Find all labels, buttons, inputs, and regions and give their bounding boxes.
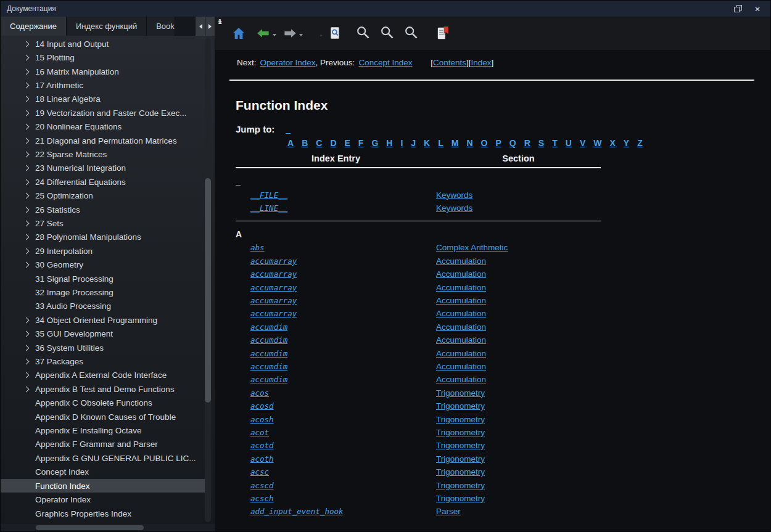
tab-bookmarks[interactable]: Book [147, 17, 175, 36]
sidebar-item[interactable]: 26 Statistics [1, 203, 206, 216]
sidebar-item[interactable]: 31 Signal Processing [1, 272, 206, 285]
sidebar-item[interactable]: 22 Sparse Matrices [1, 147, 206, 161]
section-link[interactable]: Trigonometry [436, 401, 485, 411]
index-entry-link[interactable]: accumarray [250, 283, 297, 292]
index-entry-link[interactable]: accumdim [250, 375, 287, 384]
jump-letter-link[interactable]: S [538, 138, 544, 148]
index-entry-link[interactable]: acsc [250, 467, 269, 477]
jump-letter-link[interactable]: U [566, 138, 572, 148]
jump-letter-link[interactable]: A [287, 138, 294, 148]
jump-letter-link[interactable]: I [400, 138, 403, 148]
sidebar-item[interactable]: 21 Diagonal and Permutation Matrices [1, 134, 206, 147]
jump-letter-link[interactable]: W [593, 138, 601, 148]
sidebar-item[interactable]: Appendix F Grammar and Parser [1, 438, 206, 451]
horizontal-scrollbar-thumb[interactable] [36, 525, 144, 530]
sidebar-item[interactable]: Operator Index [1, 493, 206, 506]
jump-letter-link[interactable]: J [411, 138, 416, 148]
index-entry-link[interactable]: add_input_event_hook [250, 507, 344, 516]
jump-letter-link[interactable]: E [345, 138, 350, 148]
index-entry-link[interactable]: __FILE__ [250, 190, 287, 200]
sidebar-item[interactable]: 34 Object Oriented Programming [1, 313, 206, 327]
jump-underscore-link[interactable]: _ [286, 125, 291, 134]
vertical-scrollbar-thumb[interactable] [205, 178, 211, 403]
index-entry-link[interactable]: acosd [250, 401, 274, 411]
section-link[interactable]: Accumulation [436, 349, 486, 358]
jump-letter-link[interactable]: R [524, 138, 530, 148]
sidebar-item[interactable]: 20 Nonlinear Equations [1, 120, 206, 133]
sidebar-item[interactable]: 36 System Utilities [1, 341, 206, 354]
section-link[interactable]: Parser [436, 507, 461, 516]
index-entry-link[interactable]: accumarray [250, 269, 297, 279]
section-link[interactable]: Accumulation [436, 362, 486, 371]
index-entry-link[interactable]: abs [250, 243, 265, 252]
section-link[interactable]: Trigonometry [436, 388, 485, 398]
jump-letter-link[interactable]: M [451, 138, 459, 148]
close-window-button[interactable] [753, 4, 762, 13]
jump-letter-link[interactable]: V [580, 138, 585, 148]
index-entry-link[interactable]: acsch [250, 494, 274, 503]
section-link[interactable]: Accumulation [436, 269, 486, 279]
index-link[interactable]: Index [471, 58, 492, 67]
sidebar-item[interactable]: 25 Optimization [1, 189, 206, 202]
zoom-in-button[interactable]: + [357, 26, 371, 41]
tab-contents[interactable]: Содержание [1, 17, 67, 36]
jump-letter-link[interactable]: K [424, 138, 430, 148]
index-entry-link[interactable]: accumdim [250, 335, 287, 345]
index-entry-link[interactable]: acotd [250, 441, 274, 450]
sidebar-item[interactable]: Function Index [1, 479, 206, 493]
zoom-out-button[interactable]: − [381, 26, 395, 41]
sidebar-item[interactable]: Concept Index [1, 465, 206, 479]
jump-letter-link[interactable]: F [358, 138, 364, 148]
restore-window-button[interactable] [734, 5, 742, 12]
section-link[interactable]: Accumulation [436, 256, 486, 266]
sidebar-item[interactable]: 15 Plotting [1, 51, 206, 64]
sidebar-item[interactable]: 32 Image Processing [1, 285, 206, 299]
index-entry-link[interactable]: acos [250, 388, 269, 398]
jump-letter-link[interactable]: N [466, 138, 472, 148]
previous-link[interactable]: Concept Index [358, 58, 412, 67]
section-link[interactable]: Trigonometry [436, 481, 485, 490]
sidebar-item[interactable]: Appendix G GNU GENERAL PUBLIC LIC... [1, 451, 206, 465]
index-entry-link[interactable]: acot [250, 428, 269, 437]
jump-letter-link[interactable]: Z [637, 138, 643, 148]
sidebar-item[interactable]: Appendix A External Code Interface [1, 369, 206, 382]
zoom-original-button[interactable]: 1 [405, 26, 419, 41]
find-button[interactable] [328, 26, 343, 41]
section-link[interactable]: Keywords [436, 203, 472, 213]
section-link[interactable]: Accumulation [436, 309, 486, 318]
jump-letter-link[interactable]: T [552, 138, 558, 148]
sidebar-item[interactable]: 30 Geometry [1, 258, 206, 272]
next-link[interactable]: Operator Index [260, 58, 316, 67]
sidebar-item[interactable]: 23 Numerical Integration [1, 162, 206, 175]
section-link[interactable]: Accumulation [436, 335, 486, 345]
tab-scroll-right-button[interactable] [205, 17, 215, 36]
jump-letter-link[interactable]: Y [624, 138, 629, 148]
sidebar-item[interactable]: 37 Packages [1, 354, 206, 368]
sidebar-item[interactable]: 17 Arithmetic [1, 78, 206, 92]
jump-letter-link[interactable]: P [495, 138, 501, 148]
sidebar-item[interactable]: 27 Sets [1, 216, 206, 230]
jump-letter-link[interactable]: O [481, 138, 488, 148]
sidebar-item[interactable]: 33 Audio Processing [1, 300, 206, 313]
sidebar-item[interactable]: Appendix B Test and Demo Functions [1, 382, 206, 396]
section-link[interactable]: Keywords [436, 190, 472, 200]
jump-letter-link[interactable]: G [371, 138, 378, 148]
section-link[interactable]: Accumulation [436, 296, 486, 305]
section-link[interactable]: Accumulation [436, 322, 486, 332]
index-entry-link[interactable]: accumarray [250, 296, 297, 305]
sidebar-item[interactable]: 29 Interpolation [1, 244, 206, 258]
sidebar-item[interactable]: 19 Vectorization and Faster Code Exec... [1, 106, 206, 120]
section-link[interactable]: Accumulation [436, 375, 486, 384]
sidebar-item[interactable]: Appendix D Known Causes of Trouble [1, 410, 206, 424]
tab-function-index[interactable]: Индекс функций [67, 17, 147, 36]
section-link[interactable]: Trigonometry [436, 441, 485, 450]
sidebar-item[interactable]: 24 Differential Equations [1, 175, 206, 189]
section-link[interactable]: Accumulation [436, 283, 486, 292]
tab-scroll-left-button[interactable] [195, 17, 205, 36]
section-link[interactable]: Trigonometry [436, 428, 485, 437]
section-link[interactable]: Trigonometry [436, 467, 485, 477]
section-link[interactable]: Trigonometry [436, 454, 485, 464]
section-link[interactable]: Trigonometry [436, 415, 485, 424]
sidebar-item[interactable]: 28 Polynomial Manipulations [1, 231, 206, 244]
index-entry-link[interactable]: acscd [250, 481, 274, 490]
